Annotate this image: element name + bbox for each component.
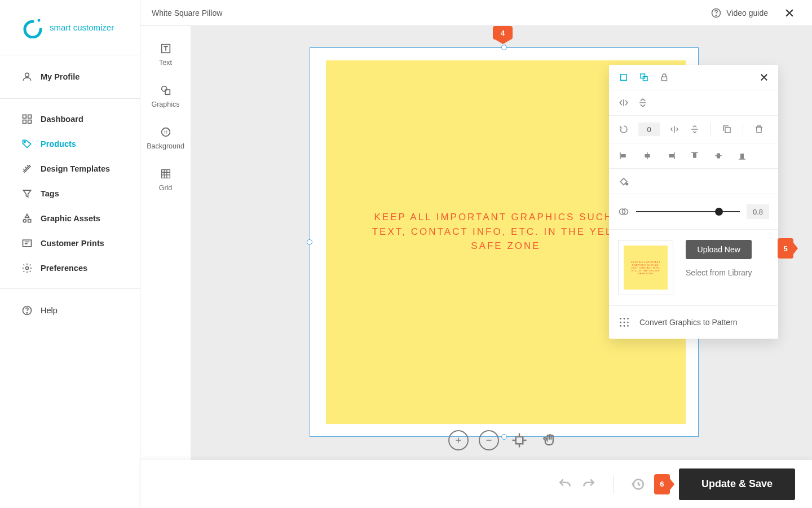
- svg-point-43: [627, 325, 629, 327]
- svg-point-38: [620, 322, 621, 323]
- tool-label: Text: [159, 59, 172, 67]
- svg-point-41: [620, 325, 621, 327]
- select-from-library-link[interactable]: Select from Library: [686, 268, 752, 277]
- prints-icon: [21, 238, 33, 249]
- svg-rect-9: [28, 220, 31, 222]
- svg-point-13: [27, 313, 27, 313]
- svg-rect-3: [23, 115, 27, 119]
- nav-graphic-assets[interactable]: Graphic Assets: [0, 206, 140, 231]
- nav-label: Help: [41, 306, 58, 315]
- rotation-input[interactable]: [638, 122, 660, 136]
- zoom-in-button[interactable]: [448, 430, 469, 450]
- tool-background[interactable]: Background: [147, 125, 184, 150]
- background-icon: [159, 125, 173, 139]
- pan-button[interactable]: [540, 430, 560, 450]
- redo-button[interactable]: [581, 477, 596, 492]
- svg-point-32: [626, 183, 628, 185]
- upload-new-button[interactable]: Upload New: [686, 240, 752, 259]
- svg-rect-31: [741, 154, 744, 159]
- crop-icon[interactable]: [618, 72, 629, 83]
- page-title: White Square Pillow: [152, 8, 222, 17]
- pattern-icon: [618, 316, 630, 329]
- convert-to-pattern[interactable]: Convert Graphics to Pattern: [609, 306, 778, 339]
- align-vcenter-icon[interactable]: [713, 150, 724, 161]
- tool-grid[interactable]: Grid: [159, 167, 173, 192]
- help-circle-icon: [710, 7, 722, 19]
- nav-preferences[interactable]: Preferences: [0, 256, 140, 281]
- nav-label: Dashboard: [41, 115, 83, 124]
- layer-thumbnail[interactable]: KEEP ALL IMPORTANT GRAPHICS SUCH AS: TEX…: [618, 240, 673, 295]
- svg-rect-30: [717, 154, 720, 158]
- tool-text[interactable]: Text: [159, 42, 173, 67]
- nav-products[interactable]: Products: [0, 132, 140, 156]
- video-guide-label: Video guide: [726, 8, 768, 17]
- svg-point-37: [627, 318, 629, 319]
- video-guide-link[interactable]: Video guide: [710, 7, 768, 19]
- align-top-icon[interactable]: [689, 150, 700, 161]
- panel-close-button[interactable]: [759, 72, 769, 82]
- mirror-v-icon[interactable]: [689, 124, 700, 135]
- badge-label: 5: [783, 244, 787, 253]
- svg-point-15: [716, 15, 717, 15]
- logo[interactable]: smart customizer: [0, 0, 140, 55]
- history-button[interactable]: [630, 477, 645, 492]
- svg-point-2: [25, 73, 29, 77]
- opacity-icon: [618, 206, 629, 217]
- undo-button[interactable]: [558, 477, 572, 492]
- align-bottom-icon[interactable]: [736, 150, 748, 161]
- nav-design-templates[interactable]: Design Templates: [0, 156, 140, 181]
- dashboard-icon: [21, 113, 33, 125]
- align-left-icon[interactable]: [618, 150, 629, 161]
- nav-label: Graphic Assets: [41, 214, 100, 223]
- svg-point-1: [38, 19, 41, 21]
- svg-rect-4: [28, 115, 32, 119]
- lock-icon[interactable]: [659, 72, 670, 83]
- nav-dashboard[interactable]: Dashboard: [0, 107, 140, 132]
- align-right-icon[interactable]: [665, 150, 677, 161]
- nav-tags[interactable]: Tags: [0, 181, 140, 206]
- mirror-h-icon[interactable]: [669, 124, 680, 135]
- shapes-icon: [21, 213, 33, 224]
- tool-graphics[interactable]: Graphics: [151, 84, 179, 108]
- flip-vertical-icon[interactable]: [637, 97, 648, 108]
- grid-icon: [159, 167, 173, 181]
- duplicate-icon[interactable]: [721, 124, 732, 135]
- badge-label: 4: [501, 29, 505, 37]
- nav-my-profile[interactable]: My Profile: [0, 64, 140, 89]
- help-icon: [21, 305, 33, 316]
- rotate-icon[interactable]: [618, 124, 629, 135]
- svg-rect-29: [694, 154, 696, 158]
- nav-help[interactable]: Help: [0, 298, 140, 323]
- tool-label: Graphics: [151, 100, 179, 108]
- canvas-controls: [310, 421, 699, 460]
- fill-bucket-icon[interactable]: [618, 176, 629, 187]
- trash-icon[interactable]: [753, 124, 765, 135]
- center-button[interactable]: [509, 430, 529, 450]
- svg-point-42: [624, 325, 625, 327]
- selection-handle-top[interactable]: [501, 45, 507, 50]
- flip-horizontal-icon[interactable]: [618, 97, 629, 108]
- svg-rect-20: [516, 437, 523, 444]
- update-save-button[interactable]: Update & Save: [679, 468, 795, 500]
- opacity-slider[interactable]: [636, 211, 740, 212]
- badge-label: 6: [660, 480, 664, 488]
- svg-point-11: [26, 267, 29, 270]
- svg-point-8: [23, 220, 26, 222]
- nav-customer-prints[interactable]: Customer Prints: [0, 231, 140, 256]
- close-button[interactable]: [784, 7, 795, 19]
- filter-icon: [21, 188, 33, 199]
- svg-rect-26: [621, 155, 626, 157]
- svg-point-40: [627, 322, 629, 323]
- svg-point-35: [620, 318, 621, 319]
- text-icon: [159, 42, 173, 55]
- svg-rect-24: [662, 77, 667, 81]
- convert-pattern-label: Convert Graphics to Pattern: [639, 318, 738, 327]
- brand-icon: [21, 17, 43, 38]
- svg-point-17: [161, 86, 166, 91]
- align-hcenter-icon[interactable]: [642, 150, 653, 161]
- tool-label: Background: [147, 142, 184, 150]
- selection-handle-left[interactable]: [307, 239, 312, 245]
- multi-select-icon[interactable]: [638, 72, 650, 83]
- svg-point-7: [24, 141, 26, 143]
- zoom-out-button[interactable]: [479, 430, 499, 450]
